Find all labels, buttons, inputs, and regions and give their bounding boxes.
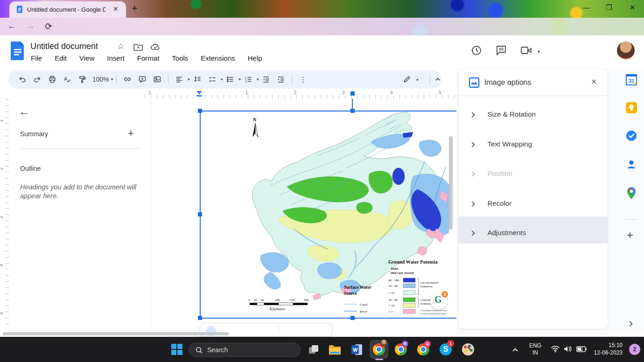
- add-comment-button[interactable]: [136, 73, 148, 85]
- chrome-profile2-app[interactable]: R: [395, 343, 407, 355]
- paint-format-button[interactable]: [76, 73, 88, 85]
- get-add-ons-icon[interactable]: +: [627, 229, 633, 242]
- add-summary-icon[interactable]: +: [128, 127, 134, 139]
- print-button[interactable]: [46, 73, 58, 85]
- selection-handle-top-middle[interactable]: [350, 109, 355, 113]
- undo-button[interactable]: [16, 73, 28, 85]
- decrease-indent-button[interactable]: [260, 73, 272, 85]
- star-document-icon[interactable]: ☆: [117, 42, 124, 51]
- image-rotation-handle[interactable]: [350, 91, 355, 96]
- editing-mode-button[interactable]: [401, 73, 413, 85]
- menu-tools[interactable]: Tools: [172, 54, 188, 62]
- spelling-check-button[interactable]: A: [61, 73, 73, 85]
- cloud-saved-icon[interactable]: [150, 43, 161, 51]
- meet-video-icon[interactable]: [521, 46, 532, 55]
- ruler-number: 5: [439, 90, 441, 95]
- volume-icon[interactable]: [564, 345, 572, 353]
- bulleted-list-button[interactable]: [224, 73, 236, 85]
- menu-help[interactable]: Help: [248, 54, 262, 62]
- skype-app[interactable]: S 1: [440, 343, 452, 355]
- bulleted-list-caret[interactable]: ▾: [238, 77, 241, 82]
- line-spacing-button[interactable]: [191, 73, 203, 85]
- reload-icon[interactable]: ⟳: [45, 21, 52, 32]
- selection-handle-bottom-middle[interactable]: [350, 316, 355, 320]
- numbered-list-caret[interactable]: ▾: [257, 77, 259, 82]
- checklist-dropdown-caret[interactable]: ▾: [221, 77, 223, 82]
- chrome-active-app[interactable]: [370, 340, 388, 359]
- battery-icon[interactable]: [576, 346, 587, 352]
- document-title[interactable]: Untitled document: [30, 42, 98, 51]
- collapse-toolbar-button[interactable]: [432, 73, 444, 85]
- document-vertical-scrollbar[interactable]: [449, 136, 453, 230]
- new-tab-button[interactable]: +: [132, 2, 138, 14]
- zoom-dropdown-caret[interactable]: ▾: [111, 77, 113, 82]
- panel-item-text-wrapping[interactable]: Text Wrapping: [470, 140, 532, 148]
- checklist-button[interactable]: [206, 73, 218, 85]
- ruler-number: 2: [0, 167, 4, 170]
- window-close-button[interactable]: ✕: [624, 3, 640, 12]
- document-horizontal-scrollbar[interactable]: [3, 332, 229, 335]
- panel-item-size-rotation[interactable]: Size & Rotation: [470, 110, 536, 118]
- selection-handle-bottom-left[interactable]: [198, 316, 202, 320]
- back-icon[interactable]: ←: [7, 21, 16, 31]
- chrome-profile-a-badge: a: [424, 341, 431, 347]
- google-contacts-icon[interactable]: [625, 159, 637, 171]
- panel-close-icon[interactable]: ✕: [591, 77, 597, 86]
- menu-extensions[interactable]: Extensions: [201, 54, 235, 62]
- browser-tab[interactable]: Untitled document - Google Doc ✕: [9, 1, 126, 18]
- wifi-icon[interactable]: [551, 345, 560, 353]
- window-minimize-button[interactable]: —: [579, 3, 595, 11]
- account-avatar[interactable]: [617, 42, 635, 59]
- comments-icon[interactable]: [496, 45, 507, 56]
- notification-count-badge[interactable]: 2: [629, 344, 640, 355]
- version-history-icon[interactable]: [470, 44, 483, 56]
- tray-expand-icon[interactable]: [512, 348, 518, 353]
- google-keep-icon[interactable]: [625, 102, 637, 114]
- vertical-ruler[interactable]: 1 2 3 4 5: [0, 99, 9, 327]
- menu-format[interactable]: Format: [137, 54, 160, 62]
- google-calendar-icon[interactable]: 31: [625, 74, 637, 86]
- zoom-level[interactable]: 100%: [92, 76, 109, 83]
- selection-handle-top-left[interactable]: [198, 109, 202, 113]
- grammarly-assistant-badge[interactable]: G 3: [430, 292, 447, 309]
- chrome-profile3-app[interactable]: a: [417, 343, 429, 355]
- align-dropdown-caret[interactable]: ▾: [188, 77, 190, 82]
- task-view-icon[interactable]: [308, 344, 319, 355]
- toolbar-overflow-icon[interactable]: ⋮: [297, 73, 309, 85]
- menu-file[interactable]: File: [31, 54, 42, 62]
- word-icon[interactable]: W: [351, 344, 363, 355]
- panel-item-adjustments[interactable]: Adjustments: [470, 229, 526, 237]
- redo-button[interactable]: [31, 73, 43, 85]
- align-button[interactable]: [173, 73, 185, 85]
- svg-text:N: N: [253, 117, 257, 122]
- panel-item-recolor[interactable]: Recolor: [470, 199, 511, 208]
- docs-logo[interactable]: [11, 42, 25, 60]
- insert-image-button[interactable]: [151, 73, 163, 85]
- collapse-side-strip-icon[interactable]: [627, 321, 632, 326]
- menu-edit[interactable]: Edit: [55, 54, 67, 62]
- file-explorer-icon[interactable]: [329, 344, 341, 355]
- indent-marker[interactable]: [196, 91, 202, 95]
- document-image-map[interactable]: N Ground Water Potentia Yield (liters pe…: [201, 111, 449, 318]
- numbered-list-button[interactable]: 123: [242, 73, 254, 85]
- menu-insert[interactable]: Insert: [107, 54, 125, 62]
- selection-handle-middle-left[interactable]: [198, 212, 202, 216]
- increase-indent-button[interactable]: [275, 73, 287, 85]
- meet-dropdown-caret[interactable]: ▾: [538, 49, 540, 54]
- insert-link-button[interactable]: [121, 73, 133, 85]
- google-maps-icon[interactable]: [626, 187, 637, 200]
- close-outline-icon[interactable]: ←: [19, 105, 30, 118]
- google-tasks-icon[interactable]: [625, 130, 637, 142]
- tab-close-icon[interactable]: ✕: [113, 5, 119, 13]
- menu-view[interactable]: View: [79, 54, 94, 62]
- move-to-folder-icon[interactable]: [133, 43, 143, 51]
- taskbar-search-box[interactable]: Search: [189, 343, 301, 357]
- document-canvas[interactable]: N Ground Water Potentia Yield (liters pe…: [151, 99, 457, 337]
- paint-app[interactable]: [462, 343, 474, 355]
- forward-icon[interactable]: →: [26, 21, 35, 31]
- editing-mode-caret[interactable]: ▾: [416, 77, 419, 82]
- taskbar-clock[interactable]: 15:10 12-06-2023: [587, 341, 623, 356]
- start-button[interactable]: [171, 343, 183, 355]
- language-indicator[interactable]: ENGIN: [527, 342, 543, 356]
- window-maximize-button[interactable]: ❐: [601, 3, 617, 12]
